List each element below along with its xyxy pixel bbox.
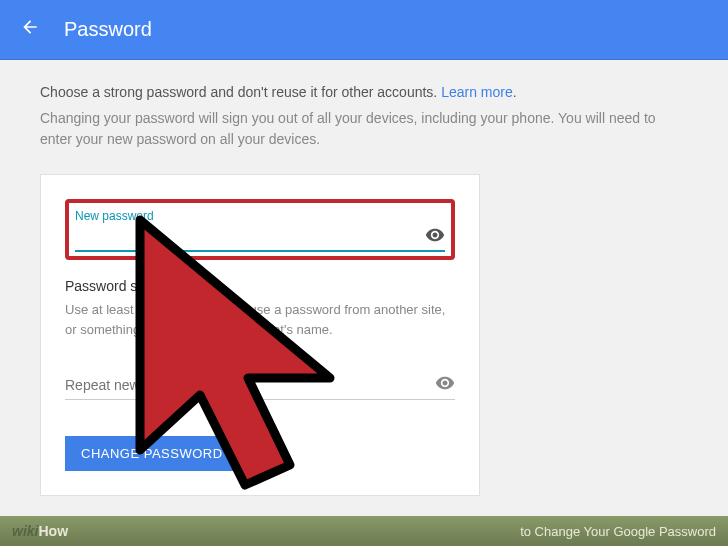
- change-password-button[interactable]: CHANGE PASSWORD: [65, 436, 239, 471]
- intro-text-2: Changing your password will sign you out…: [40, 108, 688, 150]
- content-area: Choose a strong password and don't reuse…: [0, 60, 728, 520]
- password-strength-title: Password strength:: [65, 278, 455, 294]
- password-card: New password Password strength: Use at l…: [40, 174, 480, 496]
- intro-suffix: .: [513, 84, 517, 100]
- learn-more-link[interactable]: Learn more: [441, 84, 513, 100]
- visibility-toggle-icon-2[interactable]: [435, 373, 455, 398]
- page-title: Password: [64, 18, 152, 41]
- new-password-label: New password: [75, 209, 445, 223]
- new-password-input-wrap: [75, 225, 445, 252]
- new-password-highlight: New password: [65, 199, 455, 260]
- footer-how: How: [38, 523, 68, 539]
- footer-caption: to Change Your Google Password: [520, 524, 716, 539]
- footer-brand: wikiHow: [12, 523, 68, 539]
- page-header: Password: [0, 0, 728, 60]
- new-password-input[interactable]: [75, 225, 425, 250]
- back-arrow-icon[interactable]: [20, 17, 40, 43]
- repeat-password-wrap: [65, 371, 455, 400]
- repeat-password-input[interactable]: [65, 371, 435, 399]
- password-strength-text: Use at least 8 characters. Don't use a p…: [65, 300, 455, 339]
- visibility-toggle-icon[interactable]: [425, 225, 445, 250]
- footer-wiki: wiki: [12, 523, 38, 539]
- intro-prefix: Choose a strong password and don't reuse…: [40, 84, 441, 100]
- intro-text-1: Choose a strong password and don't reuse…: [40, 84, 688, 100]
- footer-bar: wikiHow to Change Your Google Password: [0, 516, 728, 546]
